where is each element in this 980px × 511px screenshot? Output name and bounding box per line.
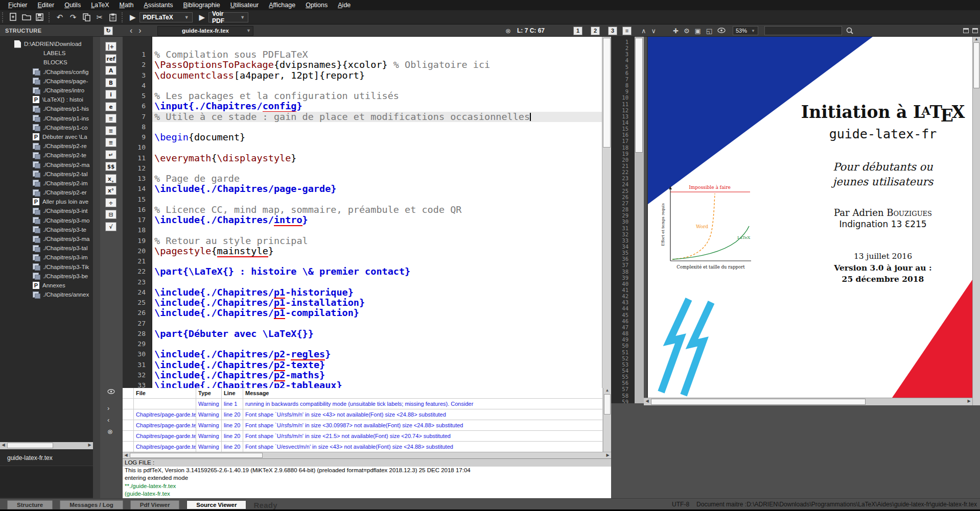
- menu-item-latex[interactable]: LaTeX: [86, 0, 114, 10]
- description-icon[interactable]: ≡: [105, 138, 116, 147]
- compiler-select[interactable]: PDFLaTeX ▼: [139, 12, 193, 22]
- message-row[interactable]: Chapitres/page-garde.texWarningline 20Fo…: [123, 420, 603, 431]
- messages-vscrollbar[interactable]: ▲: [603, 388, 611, 452]
- reference-icon[interactable]: ref: [105, 54, 116, 63]
- float-panel-icon[interactable]: [963, 28, 969, 33]
- code-line[interactable]: \include{./Chapitres/p2-tableaux}: [152, 380, 602, 388]
- structure-item[interactable]: ./Chapitres/p1-co: [0, 123, 93, 132]
- page-button-3[interactable]: 3: [608, 27, 617, 35]
- scroll-right-icon[interactable]: ▶: [966, 398, 972, 404]
- code-line[interactable]: \include{./Chapitres/p1-historique}: [152, 287, 602, 298]
- code-line[interactable]: [152, 277, 602, 287]
- next-page-button[interactable]: ∨: [649, 27, 659, 35]
- structure-item[interactable]: ./Chapitres/intro: [0, 86, 93, 95]
- structure-item[interactable]: ./Chapitres/p2-ma: [0, 160, 93, 169]
- next-error-button[interactable]: ›: [107, 404, 109, 412]
- menu-item-bibliographie[interactable]: Bibliographie: [178, 0, 225, 10]
- code-line[interactable]: [152, 256, 602, 266]
- messages-hscrollbar[interactable]: ◀ ▶: [123, 452, 611, 458]
- message-row[interactable]: Chapitres/page-garde.texWarningline 20Fo…: [123, 409, 603, 420]
- presentation-eye-button[interactable]: [715, 27, 728, 35]
- code-line[interactable]: \everymath{\displaystyle}: [152, 153, 602, 163]
- code-line[interactable]: % Compilation sous PDFLaTeX: [152, 50, 602, 60]
- structure-item[interactable]: ./Chapitres/p2-te: [0, 151, 93, 160]
- message-row[interactable]: Chapitres/page-garde.texWarningline 20Fo…: [123, 431, 603, 442]
- menu-item-affichage[interactable]: Affichage: [264, 0, 300, 10]
- code-line[interactable]: [152, 122, 602, 132]
- structure-item[interactable]: PDébuter avec \La: [0, 132, 93, 141]
- previous-page-button[interactable]: ∧: [639, 27, 649, 35]
- undo-button[interactable]: ↶: [53, 12, 66, 23]
- external-view-button[interactable]: ◱: [704, 27, 715, 35]
- structure-item[interactable]: ./Chapitres/p3-int: [0, 206, 93, 215]
- open-file-list-item[interactable]: guide-latex-fr.tex: [7, 454, 53, 461]
- run-view-button[interactable]: ▶: [196, 13, 209, 22]
- structure-item[interactable]: ./Chapitres/p3-im: [0, 253, 93, 262]
- scroll-left-icon[interactable]: ◀: [0, 442, 7, 448]
- enumerate-icon[interactable]: ≡: [105, 126, 116, 135]
- itemize-icon[interactable]: ≡: [105, 114, 116, 123]
- structure-item[interactable]: ./Chapitres/annex: [0, 290, 93, 299]
- font-size-icon[interactable]: A: [105, 66, 116, 75]
- statusbar-tab-messages-log[interactable]: Messages / Log: [60, 500, 123, 509]
- pdf-search-input[interactable]: [764, 26, 842, 35]
- fit-page-button[interactable]: ✚: [670, 27, 681, 35]
- code-line[interactable]: \input{./Chapitres/config}: [152, 101, 602, 111]
- italic-icon[interactable]: i: [105, 90, 116, 99]
- statusbar-tab-structure[interactable]: Structure: [7, 500, 53, 509]
- menu-item-utilisateur[interactable]: Utilisateur: [225, 0, 264, 10]
- superscript-icon[interactable]: x°: [105, 186, 116, 195]
- emphasis-icon[interactable]: e: [105, 102, 116, 111]
- structure-item[interactable]: PAnnexes: [0, 281, 93, 290]
- code-line[interactable]: % Licence CC, mind map, sommaire, préamb…: [152, 205, 602, 215]
- pdf-vscrollbar[interactable]: ▲: [972, 37, 980, 405]
- close-log-button[interactable]: ⊗: [107, 428, 113, 435]
- menu-item-fichier[interactable]: Fichier: [3, 0, 33, 10]
- close-pdf-button[interactable]: ⊗: [503, 27, 514, 35]
- math-mode-icon[interactable]: $$: [105, 162, 116, 171]
- save-button[interactable]: [33, 12, 46, 23]
- code-line[interactable]: % Page de garde: [152, 174, 602, 184]
- structure-item[interactable]: ./Chapitres/p2-er: [0, 188, 93, 197]
- structure-item[interactable]: ./Chapitres/p2-im: [0, 179, 93, 188]
- scroll-right-icon[interactable]: ▶: [86, 442, 93, 448]
- marquee-zoom-button[interactable]: ▣: [692, 27, 704, 35]
- code-line[interactable]: \part{Débuter avec \LaTeX{}}: [152, 329, 602, 339]
- code-line[interactable]: \include{./Chapitres/p2-regles}: [152, 349, 602, 359]
- copy-button[interactable]: [80, 12, 93, 23]
- square-root-icon[interactable]: √: [105, 222, 116, 231]
- paste-button[interactable]: [106, 12, 120, 23]
- open-file-tab-select[interactable]: guide-latex-fr.tex ▼: [157, 26, 253, 36]
- code-line[interactable]: \begin{document}: [152, 132, 602, 142]
- code-line[interactable]: \include{./Chapitres/p2-texte}: [152, 360, 602, 370]
- page-button-2[interactable]: 2: [591, 27, 600, 35]
- next-document-button[interactable]: ›: [135, 26, 144, 35]
- code-line[interactable]: \documentclass[a4paper, 12pt]{report}: [152, 70, 602, 81]
- continuous-view-button[interactable]: ≡: [622, 27, 632, 35]
- code-line[interactable]: \PassOptionsToPackage{dvipsnames}{xcolor…: [152, 60, 602, 70]
- dock-splitter[interactable]: [93, 37, 100, 498]
- structure-root-item[interactable]: ▼D:\ADRIEN\Download: [0, 39, 93, 48]
- menu-item-options[interactable]: Options: [300, 0, 333, 10]
- structure-item[interactable]: ./Chapitres/p3-ma: [0, 234, 93, 244]
- bold-icon[interactable]: B: [105, 78, 116, 87]
- code-line[interactable]: % Utile à ce stade : gain de place et mo…: [152, 112, 602, 122]
- code-line[interactable]: \include{./Chapitres/p2-maths}: [152, 370, 602, 380]
- subscript-icon[interactable]: x˳: [105, 174, 116, 183]
- code-line[interactable]: \part{\LaTeX{} : histoire \& premier con…: [152, 266, 602, 277]
- statusbar-tab-source-viewer[interactable]: Source Viewer: [186, 500, 246, 509]
- maximize-panel-icon[interactable]: [972, 28, 978, 33]
- code-line[interactable]: [152, 339, 602, 349]
- structure-item[interactable]: ./Chapitres/p2-tal: [0, 169, 93, 179]
- structure-item[interactable]: ./Chapitres/p3-Tik: [0, 262, 93, 272]
- open-file-button[interactable]: [20, 12, 33, 23]
- code-line[interactable]: \pagestyle{mainstyle}: [152, 246, 602, 256]
- message-row[interactable]: Warningline 1running in backwards compat…: [123, 399, 603, 409]
- log-file-panel[interactable]: LOG FILE :This is pdfTeX, Version 3.1415…: [123, 458, 611, 498]
- message-row[interactable]: Chapitres/page-garde.texWarningline 20Fo…: [123, 442, 603, 452]
- code-line[interactable]: [152, 225, 602, 235]
- editor-code-area[interactable]: % Compilation sous PDFLaTeX\PassOptionsT…: [152, 37, 602, 388]
- structure-item[interactable]: ./Chapitres/p3-te: [0, 225, 93, 234]
- messages-table[interactable]: FileTypeLineMessageWarningline 1running …: [123, 388, 603, 452]
- viewer-select[interactable]: Voir PDF ▼: [208, 12, 248, 22]
